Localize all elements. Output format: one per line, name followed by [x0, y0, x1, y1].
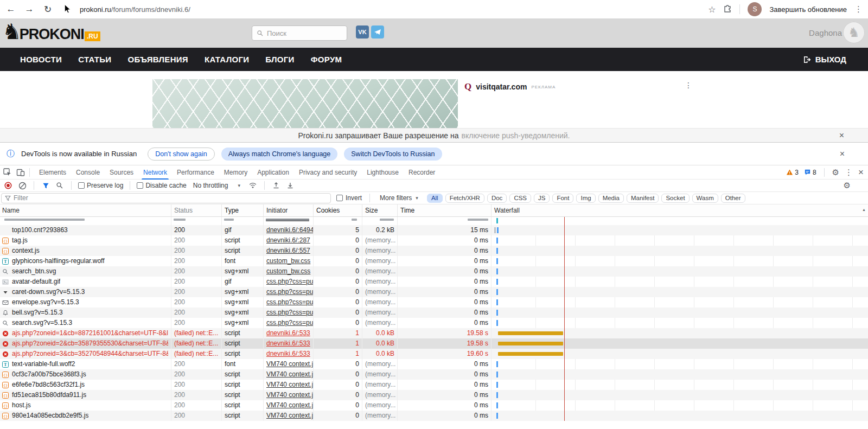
network-request-row[interactable]: {}context.js200scriptdnevniki.6/:5570(me… [0, 246, 868, 256]
tab-application[interactable]: Application [252, 165, 294, 180]
network-request-row-partial[interactable] [0, 217, 868, 225]
initiator-link[interactable]: VM740 context.js [266, 412, 314, 419]
network-request-row[interactable]: bell.svg?v=5.15.3200svg+xmlcss.php?css=p… [0, 308, 868, 318]
filter-pill-other[interactable]: Other [721, 194, 745, 203]
ad-info[interactable]: Q visitqatar.com РЕКЛАМА [464, 81, 556, 92]
initiator-link[interactable]: dnevniki.6/:533 [266, 329, 310, 337]
column-header-name[interactable]: Name [0, 204, 171, 216]
logout-button[interactable]: ВЫХОД [802, 55, 846, 64]
network-request-row[interactable]: {}980e14a085ecbdb2e9f5.js200scriptVM740 … [0, 411, 868, 421]
browser-menu-icon[interactable]: ⋮ [854, 4, 863, 14]
network-request-row[interactable]: {}0cf3c7a00b75bce368f3.js200scriptVM740 … [0, 369, 868, 380]
back-icon[interactable]: ← [3, 2, 18, 17]
dont-show-again-button[interactable]: Don't show again [148, 148, 215, 161]
network-request-row[interactable]: Ttext-variable-full.woff2200fontVM740 co… [0, 359, 868, 369]
initiator-link[interactable]: dnevniki.6/:287 [266, 236, 310, 244]
network-request-row[interactable]: ajs.php?zoneid=3&cb=35270548944&charset=… [0, 349, 868, 359]
network-request-row[interactable]: search.svg?v=5.15.3200svg+xmlcss.php?css… [0, 318, 868, 328]
address-bar[interactable]: prokoni.ru/forum/forums/dnevniki.6/ [80, 5, 190, 14]
tab-lighthouse[interactable]: Lighthouse [362, 165, 404, 180]
filter-pill-js[interactable]: JS [534, 194, 550, 203]
nav-item-[interactable]: БЛОГИ [265, 55, 294, 64]
filter-pill-all[interactable]: All [427, 194, 443, 203]
preserve-log-checkbox[interactable] [78, 182, 85, 189]
nav-item-[interactable]: СТАТЬИ [78, 55, 111, 64]
tab-memory[interactable]: Memory [219, 165, 252, 180]
initiator-link[interactable]: css.php?css=pub [266, 298, 314, 306]
issues-badge[interactable]: 8 [804, 169, 816, 176]
network-request-row[interactable]: {}e6fe6e7bd8c563cf32f1.js200scriptVM740 … [0, 380, 868, 390]
forward-icon[interactable]: → [22, 2, 37, 17]
nav-item-[interactable]: КАТАЛОГИ [205, 55, 249, 64]
filter-pill-img[interactable]: Img [576, 194, 595, 203]
filter-input-box[interactable] [1, 193, 331, 203]
network-request-row[interactable]: ajs.php?zoneid=2&cb=35879355530&charset=… [0, 338, 868, 349]
initiator-link[interactable]: dnevniki.6/:533 [266, 350, 310, 357]
network-request-row[interactable]: top100.cnt?293863200gifdnevniki.6/:6494.… [0, 225, 868, 235]
tab-console[interactable]: Console [71, 165, 105, 180]
column-header-time[interactable]: Time [398, 204, 492, 216]
infobar-close-icon[interactable]: × [840, 149, 845, 159]
clear-icon[interactable] [17, 181, 27, 190]
tab-privacy-and-security[interactable]: Privacy and security [294, 165, 362, 180]
warnings-badge[interactable]: 3 [786, 169, 799, 176]
import-har-icon[interactable] [271, 181, 281, 190]
network-conditions-icon[interactable] [248, 181, 258, 190]
column-header-size[interactable]: Size [362, 204, 398, 216]
devtools-menu-icon[interactable]: ⋮ [845, 168, 853, 177]
tab-performance[interactable]: Performance [172, 165, 219, 180]
network-request-row[interactable]: envelope.svg?v=5.15.3200svg+xmlcss.php?c… [0, 297, 868, 308]
match-language-button[interactable]: Always match Chrome's language [221, 148, 338, 161]
initiator-link[interactable]: dnevniki.6/:533 [266, 340, 310, 347]
push-link[interactable]: включение push-уведомлений. [462, 131, 570, 140]
initiator-link[interactable]: VM740 context.js [266, 381, 314, 388]
tab-sources[interactable]: Sources [105, 165, 138, 180]
switch-to-russian-button[interactable]: Switch DevTools to Russian [344, 148, 442, 161]
invert-toggle[interactable]: Invert [336, 194, 362, 202]
invert-checkbox[interactable] [336, 195, 343, 201]
search-input[interactable] [267, 29, 337, 37]
filter-input[interactable] [14, 194, 307, 202]
username-label[interactable]: Daghona [809, 28, 842, 37]
network-request-row[interactable]: {}fd51eca815b80dfda911.js200scriptVM740 … [0, 390, 868, 400]
preserve-log-toggle[interactable]: Preserve log [78, 182, 123, 189]
initiator-link[interactable]: custom_bw.css [266, 267, 310, 275]
devtools-settings-gear-icon[interactable]: ⚙ [832, 168, 839, 177]
filter-funnel-icon[interactable] [41, 181, 50, 190]
bookmark-star-icon[interactable]: ☆ [708, 4, 716, 15]
network-request-row[interactable]: {}host.js200scriptVM740 context.js0(memo… [0, 400, 868, 411]
vk-icon[interactable]: VK [356, 25, 369, 39]
initiator-link[interactable]: dnevniki.6/:6494. [266, 226, 314, 234]
column-header-status[interactable]: Status [171, 204, 222, 216]
tab-recorder[interactable]: Recorder [404, 165, 440, 180]
site-search[interactable] [252, 25, 347, 41]
network-search-icon[interactable] [55, 181, 65, 190]
column-header-cookies[interactable]: Cookies [314, 204, 362, 216]
ad-menu-icon[interactable]: ⋮ [685, 81, 692, 89]
column-header-initiator[interactable]: Initiator [264, 204, 314, 216]
telegram-icon[interactable] [371, 25, 384, 39]
device-toolbar-icon[interactable] [14, 167, 27, 178]
tab-network[interactable]: Network [138, 165, 172, 180]
filter-pill-doc[interactable]: Doc [487, 194, 507, 203]
advertiser-domain[interactable]: visitqatar.com [476, 82, 527, 91]
initiator-link[interactable]: css.php?css=pub [266, 319, 314, 326]
network-request-row[interactable]: Tglyphicons-halflings-regular.woff200fon… [0, 256, 868, 266]
filter-pill-wasm[interactable]: Wasm [692, 194, 718, 203]
extensions-icon[interactable] [723, 4, 732, 15]
column-header-waterfall[interactable]: Waterfall▲ [492, 204, 868, 216]
reload-icon[interactable]: ↻ [40, 2, 55, 17]
inspect-icon[interactable] [1, 167, 14, 178]
column-header-type[interactable]: Type [222, 204, 264, 216]
initiator-link[interactable]: VM740 context.js [266, 360, 314, 368]
network-request-row[interactable]: caret-down.svg?v=5.15.3200svg+xmlcss.php… [0, 287, 868, 297]
nav-item-[interactable]: ФОРУМ [311, 55, 342, 64]
initiator-link[interactable]: VM740 context.js [266, 391, 314, 399]
waterfall-sort-icon[interactable]: ▲ [862, 208, 866, 212]
update-chrome-button[interactable]: Завершить обновление [769, 5, 847, 14]
initiator-link[interactable]: dnevniki.6/:557 [266, 247, 310, 254]
filter-pill-manifest[interactable]: Manifest [627, 194, 659, 203]
ad-image[interactable] [152, 79, 458, 128]
tab-elements[interactable]: Elements [34, 165, 71, 180]
devtools-close-icon[interactable]: × [858, 167, 864, 178]
